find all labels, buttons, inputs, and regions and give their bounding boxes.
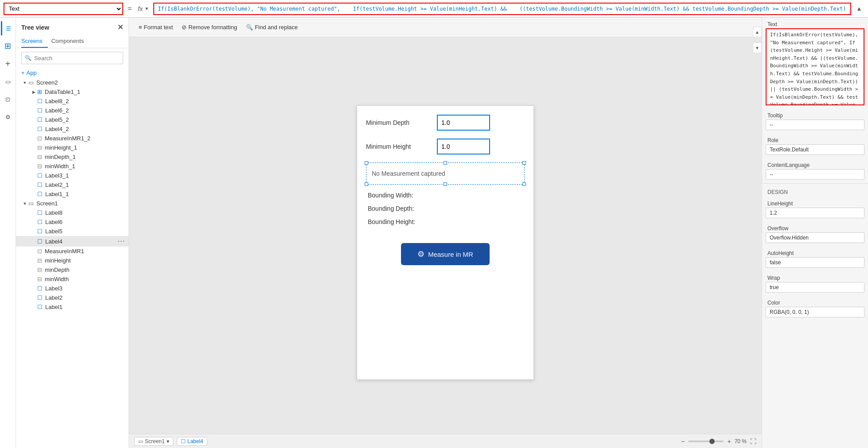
tree-item-label2[interactable]: ☐ Label2 — [16, 293, 128, 302]
sidebar-icon-mobile[interactable]: ▭ — [1, 74, 15, 89]
label-label4: Label4 — [45, 238, 118, 245]
resize-handle-bl[interactable] — [365, 182, 368, 186]
tree-item-datatable1_1[interactable]: ▶ ⊞ DataTable1_1 — [16, 87, 128, 97]
tree-header-actions: ✕ — [117, 23, 123, 31]
formula-property-select[interactable]: Text — [4, 3, 123, 15]
tree-item-minheight[interactable]: ⊟ minHeight — [16, 256, 128, 265]
sidebar-icon-tree[interactable]: ☰ — [1, 21, 15, 35]
tree-item-label4[interactable]: ☐ Label4 ··· — [16, 236, 128, 247]
tree-item-mindepth_1[interactable]: ⊟ minDepth_1 — [16, 152, 128, 162]
wrap-label: Wrap — [762, 271, 868, 282]
tree-item-label5_2[interactable]: ☐ Label5_2 — [16, 115, 128, 124]
tab-screens[interactable]: Screens — [21, 35, 48, 48]
canvas-arrow-top[interactable]: ▲ — [753, 27, 762, 37]
resize-handle-tl[interactable] — [365, 161, 368, 165]
tree-item-screen1[interactable]: ▼ ▭ Screen1 — [16, 199, 128, 208]
tree-item-label3[interactable]: ☐ Label3 — [16, 284, 128, 293]
tree-item-label6[interactable]: ☐ Label6 — [16, 217, 128, 227]
tree-title: Tree view — [21, 24, 49, 31]
label-label1: Label1 — [45, 304, 125, 310]
form-input-depth[interactable] — [437, 115, 490, 131]
remove-formatting-btn[interactable]: ⊘ Remove formatting — [177, 22, 241, 32]
canvas-content: Minimum Depth Minimum Height No Measurem… — [129, 37, 762, 448]
tree-item-label8[interactable]: ☐ Label8 — [16, 208, 128, 217]
form-input-height[interactable] — [437, 139, 490, 154]
tree-item-label6_2[interactable]: ☐ Label6_2 — [16, 106, 128, 115]
zoom-plus-btn[interactable]: + — [727, 438, 731, 445]
more-btn-label4[interactable]: ··· — [118, 237, 125, 245]
app-screen: Minimum Depth Minimum Height No Measurem… — [357, 105, 534, 380]
resize-handle-tc[interactable] — [444, 161, 447, 165]
label-minheight_1: minHeight_1 — [45, 144, 125, 151]
add-app-btn[interactable]: + App — [16, 68, 128, 78]
tree-item-label4_2[interactable]: ☐ Label4_2 — [16, 124, 128, 134]
canvas-area: ≡ Format text ⊘ Remove formatting 🔍 Find… — [129, 18, 762, 448]
icon-minheight: ⊟ — [37, 257, 42, 264]
tree-item-mindepth[interactable]: ⊟ minDepth — [16, 265, 128, 274]
sidebar-icon-component[interactable]: ⊡ — [1, 92, 15, 106]
format-text-btn[interactable]: ≡ Format text — [134, 22, 177, 32]
zoom-thumb[interactable] — [709, 439, 715, 444]
content-language-input[interactable]: -- — [766, 169, 864, 180]
resize-handle-br[interactable] — [522, 182, 526, 186]
sidebar-icon-settings[interactable]: ⚙ — [1, 110, 15, 124]
tree-item-screen2[interactable]: ▼ ▭ Screen2 — [16, 78, 128, 87]
tree-item-label1[interactable]: ☐ Label1 — [16, 302, 128, 312]
color-input[interactable]: RGBA(0, 0, 0, 1) — [766, 307, 864, 317]
label-label1_1: Label1_1 — [45, 191, 125, 197]
label-badge[interactable]: ☐ Label4 — [177, 437, 207, 446]
tree-item-label5[interactable]: ☐ Label5 — [16, 227, 128, 236]
properties-panel: Text If(IsBlankOrError(testVolume), "No … — [762, 18, 868, 448]
tree-item-label2_1[interactable]: ☐ Label2_1 — [16, 180, 128, 189]
role-input[interactable]: TextRole.Default — [766, 144, 864, 155]
screen-badge[interactable]: ▭ Screen1 ▾ — [134, 437, 173, 446]
tab-components[interactable]: Components — [51, 35, 90, 48]
tree-item-minwidth_1[interactable]: ⊟ minWidth_1 — [16, 162, 128, 171]
role-label: Role — [762, 134, 868, 144]
label-measureinmr1_2: MeasureInMR1_2 — [45, 135, 125, 142]
expander-screen1[interactable]: ▼ — [21, 201, 28, 206]
label-minheight: minHeight — [45, 257, 125, 264]
find-replace-icon: 🔍 — [246, 24, 253, 31]
bounding-depth-label: Bounding Depth: — [366, 205, 525, 212]
tree-item-measureinmr1_2[interactable]: ⊡ MeasureInMR1_2 — [16, 134, 128, 143]
tree-item-minwidth[interactable]: ⊟ minWidth — [16, 274, 128, 284]
icon-label1_1: ☐ — [37, 191, 43, 197]
text-prop-content[interactable]: If(IsBlankOrError(testVolume), "No Measu… — [767, 29, 864, 104]
label-screen2: Screen2 — [36, 79, 125, 86]
tree-item-minheight_1[interactable]: ⊟ minHeight_1 — [16, 143, 128, 152]
measure-btn[interactable]: ⚙ Measure in MR — [401, 243, 490, 265]
zoom-value: 70 % — [735, 438, 747, 444]
sidebar-icon-layers[interactable]: ⊞ — [1, 39, 15, 53]
tree-item-measureinmr1[interactable]: ⊡ MeasureInMR1 — [16, 247, 128, 256]
tree-item-label1_1[interactable]: ☐ Label1_1 — [16, 189, 128, 199]
lineheight-input[interactable]: 1.2 — [766, 208, 864, 218]
tree-close-btn[interactable]: ✕ — [117, 23, 123, 31]
expander-screen2[interactable]: ▼ — [21, 81, 28, 85]
autoheight-input[interactable]: false — [766, 257, 864, 268]
collapse-formula-btn[interactable]: ▲ — [854, 4, 864, 14]
label4-box[interactable]: No Measurement captured — [366, 162, 525, 185]
find-replace-btn[interactable]: 🔍 Find and replace — [241, 22, 302, 32]
remove-formatting-icon: ⊘ — [182, 24, 187, 31]
equals-sign: = — [126, 5, 133, 13]
icon-label8: ☐ — [37, 209, 43, 216]
tree-item-label3_1[interactable]: ☐ Label3_1 — [16, 171, 128, 180]
resize-handle-bc[interactable] — [444, 182, 447, 186]
resize-handle-tr[interactable] — [522, 161, 526, 165]
zoom-slider[interactable] — [688, 440, 724, 442]
add-label: App — [27, 70, 37, 76]
wrap-input[interactable]: true — [766, 282, 864, 293]
fullscreen-btn[interactable]: ⛶ — [750, 438, 756, 445]
search-input[interactable] — [21, 52, 123, 64]
fx-label: fx ▼ — [136, 5, 151, 12]
expander-datatable1_1[interactable]: ▶ — [30, 90, 37, 94]
zoom-minus-btn[interactable]: − — [681, 438, 685, 445]
icon-measureinmr1_2: ⊡ — [37, 135, 42, 142]
sidebar-icon-add[interactable]: + — [1, 57, 15, 71]
overflow-input[interactable]: Overflow.Hidden — [766, 232, 864, 243]
tree-item-label8_2[interactable]: ☐ Label8_2 — [16, 97, 128, 106]
search-icon: 🔍 — [25, 55, 31, 61]
tooltip-input[interactable]: -- — [766, 120, 864, 130]
formula-input[interactable] — [153, 3, 851, 15]
